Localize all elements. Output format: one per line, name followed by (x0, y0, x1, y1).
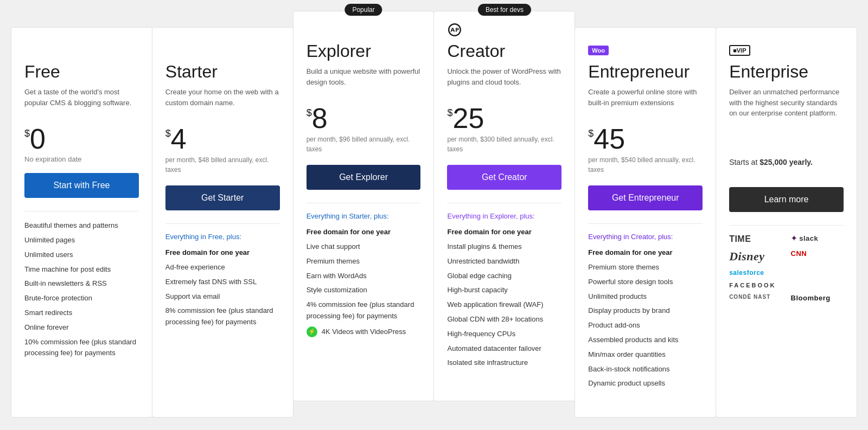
plan-price-sub-starter: per month, $48 billed annually, excl. ta… (165, 155, 280, 175)
plan-price-row-entrepreneur: $ 45 (588, 125, 703, 153)
plan-badge-creator: Best for devs (478, 4, 531, 16)
plan-price-entrepreneur: 45 (593, 125, 625, 153)
feature-item: Online forever (24, 322, 139, 333)
feature-item: 10% commission fee (plus standard proces… (24, 337, 139, 360)
feature-item: Unlimited products (588, 291, 703, 303)
plan-price-row-free: $ 0 (24, 125, 139, 153)
cta-button-creator[interactable]: Get Creator (447, 165, 561, 190)
feature-item: Unlimited pages (24, 235, 139, 246)
cta-button-enterprise[interactable]: Learn more (729, 187, 844, 212)
plan-icon-enterprise: ■VIP (729, 43, 844, 58)
feature-item: High-frequency CPUs (447, 329, 561, 340)
cta-button-starter[interactable]: Get Starter (165, 185, 280, 210)
feature-item: Extremely fast DNS with SSL (165, 277, 280, 288)
feature-item: Built-in newsletters & RSS (24, 278, 139, 290)
plan-price-sub-entrepreneur: per month, $540 billed annually, excl. t… (588, 155, 703, 175)
feature-item: Time machine for post edits (24, 264, 139, 275)
plan-desc-explorer: Build a unique website with powerful des… (307, 66, 421, 94)
feature-item: Install plugins & themes (447, 241, 561, 253)
feature-item: Isolated site infrastructure (447, 357, 561, 369)
feature-item-videopress: ⚡ 4K Videos with VideoPress (307, 326, 421, 338)
feature-item: Brute-force protection (24, 293, 139, 304)
videopress-icon: ⚡ (307, 326, 317, 337)
plan-icon-starter (165, 43, 280, 58)
plan-icon-creator (447, 22, 561, 37)
feature-item: Support via email (165, 291, 280, 303)
plan-price-sub-enterprise: Starts at $25,000 yearly. (729, 157, 844, 176)
plan-name-starter: Starter (165, 62, 280, 81)
cta-button-free[interactable]: Start with Free (24, 173, 139, 198)
plan-price-row-explorer: $ 8 (307, 104, 421, 132)
everything-label-creator: Everything in Explorer, plus: (447, 212, 561, 220)
logo-cnn: CNN (791, 249, 844, 264)
everything-label-entrepreneur: Everything in Creator, plus: (588, 233, 703, 241)
logo-slack: ✦ slack (791, 234, 844, 244)
cta-button-entrepreneur[interactable]: Get Entrepreneur (588, 185, 703, 210)
feature-item: Unlimited users (24, 249, 139, 261)
feature-item: Free domain for one year (165, 247, 280, 259)
feature-item: Premium store themes (588, 262, 703, 273)
plan-card-creator: Best for devs Creator Unlock the power o… (433, 11, 575, 401)
plan-name-enterprise: Enterprise (729, 62, 844, 81)
plan-card-free: Free Get a taste of the world's most pop… (11, 27, 152, 418)
plan-price-free: 0 (30, 125, 46, 153)
feature-item: Style customization (307, 285, 421, 296)
plan-desc-enterprise: Deliver an unmatched performance with th… (729, 87, 844, 119)
feature-item: Beautiful themes and patterns (24, 220, 139, 232)
divider-explorer (307, 203, 421, 203)
plan-price-row-creator: $ 25 (447, 104, 561, 132)
feature-item: Dynamic product upsells (588, 378, 703, 389)
plan-icon-free (24, 43, 139, 58)
feature-item: Back-in-stock notifications (588, 364, 703, 375)
feature-item: Automated datacenter failover (447, 343, 561, 355)
logo-salesforce: salesforce (729, 269, 782, 277)
plan-desc-free: Get a taste of the world's most popular … (24, 87, 139, 115)
feature-item: Global CDN with 28+ locations (447, 314, 561, 325)
plan-price-row-starter: $ 4 (165, 125, 280, 153)
plan-price-sub-creator: per month, $300 billed annually, excl. t… (447, 134, 561, 154)
plan-price-sub-free: No expiration date (24, 155, 139, 163)
everything-label-explorer: Everything in Starter, plus: (307, 212, 421, 220)
plan-badge-explorer: Popular (344, 4, 382, 16)
feature-list-creator: Free domain for one year Install plugins… (447, 227, 561, 369)
feature-item: High-burst capacity (447, 285, 561, 296)
feature-item: Free domain for one year (307, 227, 421, 238)
logo-bloomberg: Bloomberg (791, 294, 844, 302)
divider-entrepreneur (588, 223, 703, 224)
divider-starter (165, 223, 280, 224)
everything-label-starter: Everything in Free, plus: (165, 233, 280, 241)
feature-item: Global edge caching (447, 271, 561, 282)
enterprise-logos: TIME ✦ slack Disney CNN salesforce FACEB… (729, 234, 844, 302)
plan-card-enterprise: ■VIP Enterprise Deliver an unmatched per… (716, 27, 857, 418)
feature-item: Assembled products and kits (588, 335, 703, 346)
plan-name-free: Free (24, 62, 139, 81)
plan-price-creator: 25 (453, 104, 484, 132)
feature-item: 8% commission fee (plus standard process… (165, 305, 280, 328)
feature-item: Live chat support (307, 241, 421, 253)
cta-button-explorer[interactable]: Get Explorer (307, 165, 421, 190)
feature-item: Min/max order quantities (588, 349, 703, 361)
feature-item: Earn with WordAds (307, 271, 421, 282)
feature-item: Free domain for one year (588, 247, 703, 259)
logo-conde: CONDÉ NAST (729, 294, 782, 302)
feature-item: Display products by brand (588, 305, 703, 317)
plan-desc-starter: Create your home on the web with a custo… (165, 87, 280, 115)
plan-name-explorer: Explorer (307, 42, 421, 61)
feature-item: Ad-free experience (165, 262, 280, 273)
plan-card-explorer: Popular Explorer Build a unique website … (293, 11, 435, 401)
feature-list-entrepreneur: Free domain for one year Premium store t… (588, 247, 703, 389)
feature-list-starter: Free domain for one year Ad-free experie… (165, 247, 280, 328)
feature-item: Web application firewall (WAF) (447, 299, 561, 311)
logo-time: TIME (729, 234, 782, 244)
plan-name-creator: Creator (447, 42, 561, 61)
divider-free (24, 211, 139, 211)
feature-item: Powerful store design tools (588, 277, 703, 288)
feature-item: Premium themes (307, 256, 421, 267)
plan-icon-entrepreneur: Woo (588, 43, 703, 58)
logo-facebook: FACEBOOK (729, 282, 844, 288)
plan-desc-creator: Unlock the power of WordPress with plugi… (447, 66, 561, 94)
logo-disney: Disney (729, 249, 782, 264)
feature-item: Smart redirects (24, 307, 139, 319)
plan-name-entrepreneur: Entrepreneur (588, 62, 703, 81)
pricing-container: Free Get a taste of the world's most pop… (11, 11, 857, 418)
